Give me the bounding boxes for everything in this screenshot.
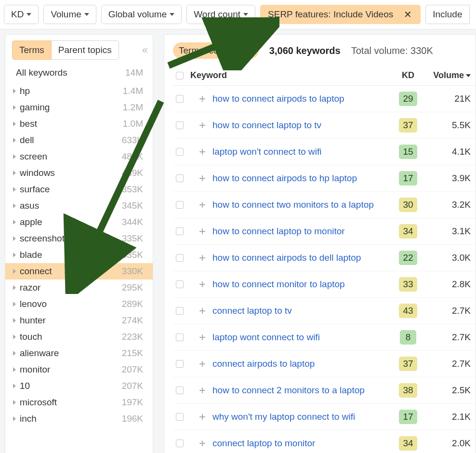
keyword-link[interactable]: how to connect 2 monitors to a laptop <box>212 385 365 395</box>
column-keyword[interactable]: Keyword <box>190 70 389 80</box>
keyword-link[interactable]: how to connect airpods to laptop <box>212 93 344 104</box>
filter-word-count-label: Word count <box>194 9 240 20</box>
term-row[interactable]: surface 353K <box>5 181 153 198</box>
filter-volume[interactable]: Volume <box>43 5 96 24</box>
term-row[interactable]: lenovo 289K <box>5 296 153 312</box>
volume-value: 2.7K <box>452 306 471 316</box>
all-keywords-row[interactable]: All keywords 14M <box>5 65 153 83</box>
filter-word-count[interactable]: Word count <box>186 5 255 24</box>
main-panel: Terms: connect ✕ 3,060 keywords Total vo… <box>164 34 476 453</box>
term-row[interactable]: blade 335K <box>5 247 153 263</box>
table-row: + how to connect airpods to laptop 29 21… <box>173 86 476 112</box>
term-row[interactable]: apple 344K <box>5 214 153 230</box>
row-checkbox[interactable] <box>176 201 184 209</box>
expand-icon <box>13 285 16 290</box>
row-checkbox[interactable] <box>176 386 184 394</box>
volume-value: 3.1K <box>452 226 471 237</box>
term-count: 207K <box>122 381 143 391</box>
table-row: + laptop wont connect to wifi 8 2.7K <box>173 324 476 351</box>
row-checkbox[interactable] <box>176 174 184 182</box>
keyword-link[interactable]: connect laptop to tv <box>212 306 292 316</box>
keyword-link[interactable]: how to connect airpods to hp laptop <box>212 173 357 183</box>
keyword-link[interactable]: why won't my laptop connect to wifi <box>212 412 355 422</box>
expand-icon <box>13 269 16 274</box>
add-icon[interactable]: + <box>197 385 208 396</box>
add-icon[interactable]: + <box>197 147 208 157</box>
keyword-link[interactable]: laptop wont connect to wifi <box>212 332 320 342</box>
term-count: 330K <box>122 266 143 277</box>
term-row[interactable]: screenshot 335K <box>5 230 153 247</box>
keyword-link[interactable]: how to connect monitor to laptop <box>212 279 345 289</box>
keyword-link[interactable]: how to connect laptop to tv <box>212 120 321 130</box>
add-icon[interactable]: + <box>197 253 208 263</box>
term-row[interactable]: screen 489K <box>5 148 153 165</box>
volume-value: 3.9K <box>452 173 471 184</box>
term-row[interactable]: gaming 1.2M <box>5 99 153 116</box>
term-row[interactable]: hp 1.4M <box>5 83 153 99</box>
keyword-link[interactable]: connect laptop to monitor <box>212 438 315 448</box>
row-checkbox[interactable] <box>176 333 184 341</box>
term-row[interactable]: best 1.0M <box>5 116 153 132</box>
term-row[interactable]: monitor 207K <box>5 361 153 378</box>
term-row[interactable]: 10 207K <box>5 378 153 394</box>
add-icon[interactable]: + <box>197 226 208 237</box>
add-icon[interactable]: + <box>197 412 208 422</box>
term-row[interactable]: hunter 274K <box>5 312 153 329</box>
term-row[interactable]: alienware 215K <box>5 345 153 361</box>
row-checkbox[interactable] <box>176 227 184 235</box>
column-kd[interactable]: KD <box>389 70 427 80</box>
add-icon[interactable]: + <box>197 173 208 184</box>
close-icon[interactable]: ✕ <box>246 45 253 56</box>
expand-icon <box>13 89 16 93</box>
tab-parent-topics[interactable]: Parent topics <box>52 40 119 60</box>
term-row[interactable]: touch 223K <box>5 329 153 345</box>
row-checkbox[interactable] <box>176 148 184 156</box>
caret-down-icon <box>170 13 174 16</box>
keyword-count: 3,060 keywords <box>269 45 341 56</box>
row-checkbox[interactable] <box>176 440 184 447</box>
select-all-checkbox[interactable] <box>176 72 184 80</box>
add-icon[interactable]: + <box>197 279 208 290</box>
column-volume[interactable]: Volume <box>427 70 476 80</box>
tab-terms[interactable]: Terms <box>12 40 52 60</box>
keyword-link[interactable]: connect airpods to laptop <box>212 359 315 369</box>
row-checkbox[interactable] <box>176 121 184 129</box>
keyword-link[interactable]: how to connect laptop to monitor <box>212 226 345 236</box>
add-icon[interactable]: + <box>197 438 208 449</box>
keyword-link[interactable]: how to connect airpods to dell laptop <box>212 253 361 263</box>
term-row[interactable]: asus 345K <box>5 198 153 214</box>
add-icon[interactable]: + <box>197 306 208 316</box>
term-filter-pill[interactable]: Terms: connect ✕ <box>173 42 259 59</box>
filter-global-volume[interactable]: Global volume <box>101 5 182 24</box>
add-icon[interactable]: + <box>197 120 208 131</box>
term-row[interactable]: microsoft 197K <box>5 394 153 411</box>
collapse-sidebar-icon[interactable]: « <box>142 44 145 56</box>
term-label: surface <box>20 184 50 195</box>
filter-include-partial[interactable]: Include <box>425 5 469 24</box>
row-checkbox[interactable] <box>176 307 184 315</box>
filter-serp-features-tag[interactable]: SERP features: Include Videos ✕ <box>260 5 421 24</box>
add-icon[interactable]: + <box>197 93 208 104</box>
term-row[interactable]: razor 295K <box>5 280 153 296</box>
row-checkbox[interactable] <box>176 360 184 368</box>
kd-badge: 38 <box>399 383 417 398</box>
term-row[interactable]: inch 196K <box>5 411 153 427</box>
add-icon[interactable]: + <box>197 200 208 210</box>
add-icon[interactable]: + <box>197 359 208 369</box>
term-row[interactable]: windows 439K <box>5 165 153 181</box>
row-checkbox[interactable] <box>176 280 184 288</box>
term-count: 295K <box>122 282 143 293</box>
keyword-link[interactable]: laptop won't connect to wifi <box>212 147 321 157</box>
term-row[interactable]: connect 330K <box>5 263 153 280</box>
close-icon[interactable]: ✕ <box>400 9 416 20</box>
keyword-link[interactable]: how to connect two monitors to a laptop <box>212 200 374 210</box>
add-icon[interactable]: + <box>197 332 208 343</box>
volume-value: 2.7K <box>452 359 471 369</box>
filter-kd[interactable]: KD <box>4 5 39 24</box>
term-row[interactable]: dell 633K <box>5 132 153 148</box>
row-checkbox[interactable] <box>176 254 184 262</box>
row-checkbox[interactable] <box>176 413 184 421</box>
row-checkbox[interactable] <box>176 95 184 103</box>
term-label: touch <box>20 332 42 342</box>
all-keywords-label: All keywords <box>16 67 67 78</box>
